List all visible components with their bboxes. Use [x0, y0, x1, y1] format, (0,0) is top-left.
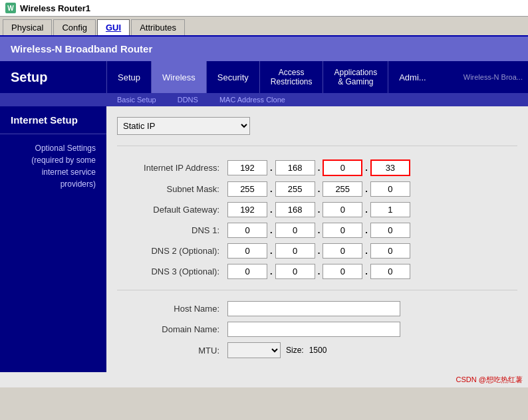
gateway-octet-1[interactable] [227, 202, 267, 217]
internet-ip-row: Internet IP Address: . . . [117, 157, 517, 179]
dns1-octet-1[interactable] [227, 223, 267, 238]
internet-ip-label: Internet IP Address: [117, 157, 223, 179]
dns1-label: DNS 1: [117, 220, 223, 241]
banner-text: Wireless-N Broadband Router [11, 43, 152, 54]
dns1-octet-2[interactable] [275, 223, 315, 238]
dns3-row: DNS 3 (Optional): . . . [117, 261, 517, 282]
mtu-size-value: 1500 [309, 346, 327, 355]
gateway-row: Default Gateway: . . . [117, 199, 517, 220]
nav-security[interactable]: Security [206, 61, 259, 93]
tab-config[interactable]: Config [53, 19, 96, 35]
gateway-octet-4[interactable] [370, 202, 410, 217]
dns3-octet-4[interactable] [370, 264, 410, 279]
sidebar-optional: Optional Settings(required by someintern… [0, 134, 106, 198]
subnet-mask-row: Subnet Mask: . . . [117, 179, 517, 199]
content-area: Static IP DHCP PPPoE Internet IP Address… [106, 106, 528, 372]
subnet-octet-1[interactable] [227, 181, 267, 197]
nav-watermark: Wireless-N Broa... [458, 61, 528, 93]
tab-gui[interactable]: GUI [97, 19, 130, 35]
subnet-octet-2[interactable] [275, 181, 315, 197]
sub-nav-ddns[interactable]: DDNS [167, 94, 209, 105]
ip-dot-1: . [269, 163, 274, 173]
gateway-label: Default Gateway: [117, 199, 223, 220]
internet-ip-octet-1[interactable] [227, 160, 267, 175]
subnet-octet-3[interactable] [323, 181, 362, 197]
domain-name-input[interactable] [227, 322, 400, 337]
mtu-size-label: Size: [286, 346, 304, 355]
dns3-octet-3[interactable] [323, 264, 362, 279]
window-title: Wireless Router1 [20, 3, 90, 13]
dns1-inputs: . . . [227, 223, 513, 238]
sidebar-title: Internet Setup [0, 106, 106, 134]
mtu-label: MTU: [117, 340, 223, 361]
nav-access[interactable]: Access Restrictions [259, 61, 323, 93]
optional-settings: Host Name: Domain Name: MTU: [117, 290, 517, 361]
nav-setup[interactable]: Setup [106, 61, 151, 93]
dns2-inputs: . . . [227, 243, 513, 259]
router-banner: Wireless-N Broadband Router [0, 37, 528, 61]
mtu-controls: Size: 1500 [227, 342, 513, 358]
dns2-octet-4[interactable] [370, 243, 410, 259]
sub-nav-mac-clone[interactable]: MAC Address Clone [209, 94, 296, 105]
connection-type-row: Static IP DHCP PPPoE [117, 117, 517, 146]
subnet-octet-4[interactable] [370, 181, 410, 197]
nav-bar: Setup Setup Wireless Security Access Res… [0, 61, 528, 93]
internet-ip-octet-3[interactable] [323, 159, 362, 176]
optional-form-table: Host Name: Domain Name: MTU: [117, 298, 517, 361]
tab-physical[interactable]: Physical [3, 19, 52, 35]
dns3-label: DNS 3 (Optional): [117, 261, 223, 282]
top-tabs: Physical Config GUI Attributes [0, 17, 528, 37]
ip-form-table: Internet IP Address: . . . Subnet Mask: [117, 157, 517, 282]
dns1-octet-4[interactable] [370, 223, 410, 238]
dns1-octet-3[interactable] [323, 223, 362, 238]
mtu-row: MTU: Size: 1500 [117, 340, 517, 361]
dns3-octet-2[interactable] [275, 264, 315, 279]
dns1-row: DNS 1: . . . [117, 220, 517, 241]
sub-nav: Basic Setup DDNS MAC Address Clone [0, 93, 528, 106]
dns3-inputs: . . . [227, 264, 513, 279]
gateway-octet-2[interactable] [275, 202, 315, 217]
domain-name-label: Domain Name: [117, 319, 223, 340]
title-bar: W Wireless Router1 [0, 0, 528, 17]
footer: CSDN @想吃热红薯 [0, 372, 528, 387]
internet-ip-octet-4[interactable] [370, 159, 410, 176]
host-name-input[interactable] [227, 301, 400, 316]
host-name-row: Host Name: [117, 298, 517, 319]
internet-ip-octet-2[interactable] [275, 160, 315, 175]
dns2-label: DNS 2 (Optional): [117, 241, 223, 261]
gateway-octet-3[interactable] [323, 202, 362, 217]
ip-dot-2: . [317, 163, 322, 173]
mtu-select[interactable] [227, 342, 281, 358]
dns2-row: DNS 2 (Optional): . . . [117, 241, 517, 261]
subnet-mask-inputs: . . . [227, 181, 513, 197]
footer-text: CSDN @想吃热红薯 [456, 375, 523, 383]
dns2-octet-3[interactable] [323, 243, 362, 259]
sub-nav-basic-setup[interactable]: Basic Setup [106, 94, 167, 105]
tab-attributes[interactable]: Attributes [131, 19, 185, 35]
ip-dot-3: . [364, 163, 369, 173]
dns2-octet-2[interactable] [275, 243, 315, 259]
dns2-octet-1[interactable] [227, 243, 267, 259]
domain-name-row: Domain Name: [117, 319, 517, 340]
main-content: Internet Setup Optional Settings(require… [0, 106, 528, 372]
connection-type-select[interactable]: Static IP DHCP PPPoE [117, 117, 250, 135]
internet-ip-inputs: . . . [227, 159, 513, 176]
nav-items: Setup Wireless Security Access Restricti… [106, 61, 458, 93]
nav-applications[interactable]: Applications & Gaming [323, 61, 388, 93]
nav-wireless[interactable]: Wireless [151, 61, 206, 93]
host-name-label: Host Name: [117, 298, 223, 319]
app-icon: W [5, 3, 16, 13]
nav-admin[interactable]: Admi... [388, 61, 436, 93]
sub-nav-items: Basic Setup DDNS MAC Address Clone [106, 94, 296, 105]
subnet-mask-label: Subnet Mask: [117, 179, 223, 199]
dns3-octet-1[interactable] [227, 264, 267, 279]
nav-brand: Setup [0, 61, 106, 93]
gateway-inputs: . . . [227, 202, 513, 217]
sidebar: Internet Setup Optional Settings(require… [0, 106, 106, 372]
